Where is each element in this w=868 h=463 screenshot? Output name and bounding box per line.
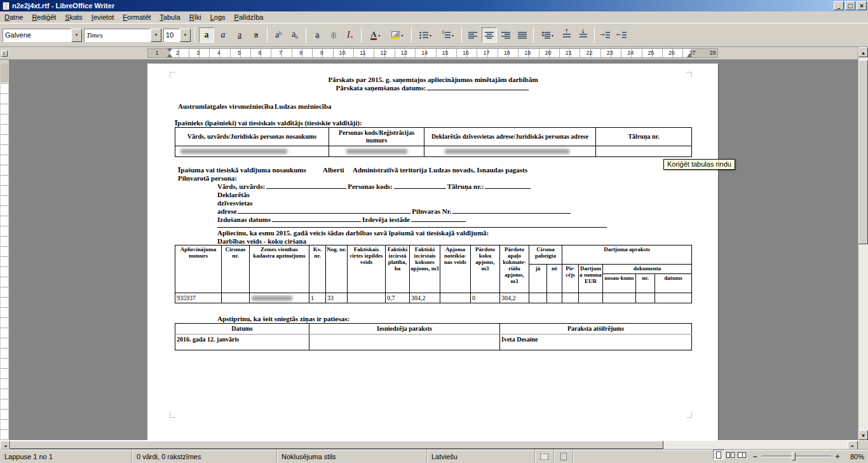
cell-yes[interactable] bbox=[529, 293, 547, 303]
header-buyer-cell[interactable]: Pir-cējs bbox=[562, 265, 579, 293]
header-cell[interactable]: Pārdoto koku apjoms, m3 bbox=[471, 245, 500, 293]
owner-header-cell[interactable]: Vārds, uzvārds/Juridiskās personas nosau… bbox=[175, 128, 329, 146]
paragraph-style-combo[interactable]: ▼ bbox=[3, 29, 82, 42]
numbering-button[interactable]: ▾ bbox=[437, 27, 458, 43]
highlight-button[interactable]: ▾ bbox=[387, 27, 408, 43]
right-indent-marker[interactable] bbox=[687, 53, 692, 57]
menu-rediget[interactable]: Rediģēt bbox=[27, 12, 60, 22]
menu-datne[interactable]: Datne bbox=[0, 12, 27, 22]
scroll-left-icon[interactable]: ◄ bbox=[0, 441, 10, 450]
menu-ievietot[interactable]: Ievietot bbox=[87, 12, 118, 22]
indent-decrease-button[interactable] bbox=[614, 27, 630, 43]
font-size-input[interactable] bbox=[163, 29, 180, 42]
cell-kv[interactable]: 1 bbox=[309, 293, 326, 303]
owner-header-cell[interactable]: Tālruņa nr. bbox=[596, 128, 692, 146]
italic-button[interactable]: a bbox=[215, 27, 231, 43]
header-doc-nr-cell[interactable]: nr. bbox=[636, 274, 655, 293]
header-cell[interactable]: Zemes vienības kadastra apzīmējums bbox=[250, 245, 309, 293]
zoom-track[interactable] bbox=[761, 455, 831, 457]
owner-table[interactable]: Vārds, uzvārds/Juridiskās personas nosau… bbox=[175, 127, 692, 157]
menu-tabula[interactable]: Tabula bbox=[155, 12, 184, 22]
activities-table[interactable]: Apliecinājuma numurs Cirsmas nr. Zemes v… bbox=[175, 245, 692, 303]
header-cell[interactable]: Kv. nr. bbox=[309, 245, 326, 293]
header-group-deal[interactable]: Darījuma apraksts bbox=[562, 245, 692, 265]
line-spacing-button[interactable]: ▾ bbox=[537, 27, 558, 43]
font-name-dropdown-icon[interactable]: ▼ bbox=[151, 29, 161, 42]
maximize-button[interactable]: □ bbox=[845, 1, 855, 10]
cell-sold-timber[interactable]: 304,2 bbox=[500, 293, 529, 303]
header-cell[interactable]: Apliecinājuma numurs bbox=[175, 245, 222, 293]
cell-method[interactable] bbox=[440, 293, 471, 303]
align-right-button[interactable] bbox=[498, 27, 513, 43]
strikethrough-button[interactable]: a bbox=[248, 27, 264, 43]
book-view-button[interactable] bbox=[736, 450, 747, 460]
vertical-scrollbar[interactable]: ▲ ▼ bbox=[858, 47, 868, 440]
vertical-scroll-track[interactable] bbox=[858, 57, 868, 430]
underline-button[interactable]: a bbox=[232, 27, 247, 43]
signature-table[interactable]: Datums Iesniedzēja paraksts Paraksta atš… bbox=[175, 323, 692, 350]
header-name[interactable]: Paraksta atšifrējums bbox=[500, 324, 692, 335]
header-cell[interactable]: Apjoma noteikša-nas veids bbox=[440, 245, 471, 293]
scroll-up-icon[interactable]: ▲ bbox=[858, 47, 868, 57]
font-name-input[interactable] bbox=[84, 29, 151, 42]
subscript-button[interactable]: a bbox=[287, 27, 302, 43]
outline-button[interactable]: a bbox=[326, 27, 341, 43]
cell-sum[interactable] bbox=[579, 293, 603, 303]
horizontal-scrollbar[interactable]: ◄ ► bbox=[0, 440, 868, 449]
owner-code-cell[interactable] bbox=[329, 146, 424, 157]
document-modified-indicator[interactable] bbox=[554, 450, 573, 463]
menu-logs[interactable]: Logs bbox=[206, 12, 230, 22]
status-language[interactable]: Latviešu bbox=[427, 450, 535, 463]
cell-signature[interactable] bbox=[309, 335, 500, 350]
cell-type[interactable] bbox=[348, 293, 386, 303]
header-cell[interactable]: Pārdoto apaļo kokmate-riālu apjoms, m3 bbox=[500, 245, 529, 293]
owner-header-cell[interactable]: Deklarētās dzīvesvietas adrese/Juridiskā… bbox=[424, 128, 596, 146]
menu-skats[interactable]: Skats bbox=[60, 12, 87, 22]
close-button[interactable]: × bbox=[857, 1, 867, 10]
paragraph-style-dropdown-icon[interactable]: ▼ bbox=[71, 29, 82, 42]
font-size-dropdown-icon[interactable]: ▼ bbox=[180, 29, 191, 42]
header-date[interactable]: Datums bbox=[175, 324, 309, 335]
cell-date[interactable]: 2016. gada 12. janvāris bbox=[175, 335, 309, 350]
header-sum-cell[interactable]: Darījuma summa EUR bbox=[579, 265, 603, 293]
font-name-combo[interactable]: ▼ bbox=[84, 29, 161, 42]
dropdown-arrow-icon[interactable]: ▾ bbox=[552, 33, 553, 38]
cell-volume[interactable]: 304,2 bbox=[410, 293, 440, 303]
cell-area[interactable]: 0,7 bbox=[386, 293, 410, 303]
justify-button[interactable] bbox=[515, 27, 530, 43]
bullets-button[interactable]: ▾ bbox=[415, 27, 436, 43]
bold-button[interactable]: a bbox=[199, 27, 214, 43]
cell-felling-nr[interactable] bbox=[222, 293, 250, 303]
dropdown-arrow-icon[interactable]: ▾ bbox=[430, 33, 431, 38]
dropdown-arrow-icon[interactable]: ▾ bbox=[378, 33, 380, 38]
paragraph-space-decrease-button[interactable] bbox=[576, 27, 591, 43]
tab-stop-selector[interactable]: L bbox=[1, 50, 8, 57]
cell-sold-trees[interactable]: 0 bbox=[471, 293, 500, 303]
zoom-thumb[interactable] bbox=[792, 452, 796, 460]
header-yes-cell[interactable]: jā bbox=[529, 265, 547, 293]
header-cell[interactable]: Faktiski izcirstā platība, ha bbox=[386, 245, 410, 293]
header-document-group[interactable]: dokumenta bbox=[603, 265, 692, 274]
status-page-style[interactable]: Noklusējuma stils bbox=[277, 450, 427, 463]
cell-doc-name[interactable] bbox=[603, 293, 636, 303]
zoom-out-icon[interactable]: − bbox=[751, 452, 759, 461]
header-no-cell[interactable]: nē bbox=[547, 265, 562, 293]
left-indent-marker[interactable] bbox=[167, 53, 172, 57]
superscript-button[interactable]: a bbox=[271, 27, 286, 43]
header-doc-date-cell[interactable]: datums bbox=[655, 274, 692, 293]
vertical-scroll-thumb[interactable] bbox=[858, 60, 868, 244]
cell-buyer[interactable] bbox=[562, 293, 579, 303]
zoom-percent[interactable]: 80% bbox=[845, 450, 868, 463]
zoom-slider[interactable]: − + bbox=[747, 450, 845, 463]
header-cell[interactable]: Faktiskais cirtes izpildes veids bbox=[348, 245, 386, 293]
header-signature[interactable]: Iesniedzēja paraksts bbox=[309, 324, 500, 335]
paragraph-space-increase-button[interactable] bbox=[559, 27, 574, 43]
header-cell[interactable]: Nog. nr. bbox=[326, 245, 348, 293]
cell-doc-nr[interactable] bbox=[636, 293, 655, 303]
shadow-button[interactable]: a bbox=[309, 27, 325, 43]
horizontal-scroll-track[interactable] bbox=[10, 441, 848, 449]
zoom-in-icon[interactable]: + bbox=[834, 452, 841, 461]
scroll-down-icon[interactable]: ▼ bbox=[858, 430, 868, 440]
cell-name[interactable]: Iveta Desaine bbox=[500, 335, 692, 350]
clear-formatting-button[interactable]: I bbox=[342, 27, 358, 43]
